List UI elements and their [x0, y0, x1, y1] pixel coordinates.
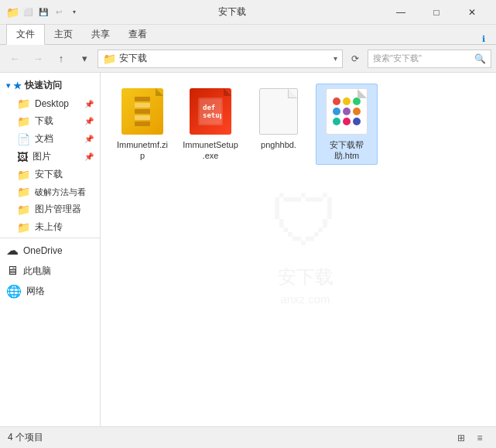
up-button[interactable]: ↑: [51, 50, 71, 68]
sidebar-item-label: 破解方法与看: [35, 186, 86, 198]
pin-icon: 📌: [84, 100, 94, 108]
toolbar: ← → ↑ ▾ 📁 安下载 ▾ ⟳ 搜索"安下载" 🔍: [0, 45, 496, 73]
refresh-button[interactable]: ⟳: [346, 50, 364, 68]
quick-access-chevron: ▾: [6, 81, 10, 90]
sidebar-item-anzaixia[interactable]: 📁 安下载: [0, 166, 100, 183]
file-icon-area-zip: [118, 87, 167, 136]
forward-button[interactable]: →: [28, 50, 48, 68]
minimize-button[interactable]: —: [383, 0, 419, 25]
close-button[interactable]: ✕: [454, 0, 490, 25]
quick-access-star-icon: ★: [13, 80, 22, 91]
dot: [353, 97, 361, 105]
status-item-count: 4 个项目: [8, 431, 453, 444]
address-bar[interactable]: 📁 安下载 ▾: [97, 50, 343, 68]
sidebar-item-label: 图片管理器: [35, 203, 81, 216]
file-label: pnghhbd.: [261, 139, 296, 150]
dot: [353, 108, 361, 115]
maximize-button[interactable]: □: [419, 0, 454, 25]
folder-icon: 📁: [17, 97, 30, 110]
file-label: 安下载帮助.htm: [319, 139, 375, 162]
file-item-png[interactable]: pnghhbd.: [248, 84, 310, 165]
file-icon: [259, 88, 298, 135]
exe-icon: def setup: [190, 88, 231, 135]
sidebar-item-pictures[interactable]: 🖼 图片 📌: [0, 148, 100, 166]
files-grid: Immunetmf.zip def setup I: [108, 80, 488, 168]
watermark-shield-icon: 🛡: [271, 182, 340, 262]
file-item-zip[interactable]: Immunetmf.zip: [111, 84, 173, 165]
recent-button[interactable]: ▾: [74, 50, 94, 68]
tab-view[interactable]: 查看: [119, 25, 156, 44]
svg-text:setup: setup: [203, 111, 221, 119]
dot: [343, 108, 351, 115]
sidebar-item-label: 未上传: [35, 221, 63, 234]
file-icon-area-exe: def setup: [186, 87, 235, 136]
watermark-sub-text: anxz.com: [280, 292, 330, 306]
folder-icon: 📁: [17, 169, 30, 181]
exe-icon-inner: def setup: [198, 97, 223, 125]
file-label: Immunetmf.zip: [115, 139, 170, 162]
grid-view-button[interactable]: ⊞: [453, 429, 470, 446]
ribbon-tabs: 文件 主页 共享 查看 ℹ: [0, 25, 496, 45]
svg-text:def: def: [203, 104, 215, 111]
sidebar-item-this-pc[interactable]: 🖥 此电脑: [0, 261, 100, 281]
zip-stripe: [135, 103, 150, 108]
network-icon: 🌐: [6, 284, 22, 299]
this-pc-label: 此电脑: [23, 265, 51, 278]
tab-file[interactable]: 文件: [6, 24, 45, 45]
folder-icon: 📁: [17, 115, 30, 128]
document-icon: 📄: [17, 133, 30, 145]
sidebar-item-documents[interactable]: 📄 文档 📌: [0, 130, 100, 148]
file-area: 🛡 安下载 anxz.com: [101, 73, 496, 426]
quick-access-icon[interactable]: ⬜: [22, 6, 34, 19]
zip-stripe: [135, 109, 150, 114]
search-icon[interactable]: 🔍: [474, 53, 486, 64]
dot: [333, 108, 340, 115]
pin-icon: 📌: [84, 152, 94, 161]
status-bar: 4 个项目 ⊞ ≡: [0, 426, 496, 448]
sidebar-item-weishangchuan[interactable]: 📁 未上传: [0, 218, 100, 236]
zip-stripe: [135, 121, 150, 126]
back-button[interactable]: ←: [5, 50, 25, 68]
dropdown-icon[interactable]: ▾: [68, 6, 80, 19]
picture-icon: 🖼: [17, 151, 28, 163]
app-icon: 📁: [6, 6, 19, 19]
file-item-htm[interactable]: 安下载帮助.htm: [316, 84, 378, 165]
title-bar-icons: 📁 ⬜ 💾 ↩ ▾: [6, 6, 80, 19]
onedrive-icon: ☁: [6, 243, 19, 258]
title-bar: 📁 ⬜ 💾 ↩ ▾ 安下载 — □ ✕: [0, 0, 496, 25]
sidebar-item-desktop[interactable]: 📁 Desktop 📌: [0, 95, 100, 112]
address-dropdown-icon[interactable]: ▾: [334, 54, 337, 63]
view-buttons: ⊞ ≡: [453, 429, 488, 446]
list-view-button[interactable]: ≡: [471, 429, 488, 446]
sidebar-item-label: 安下载: [35, 168, 63, 181]
htm-icon: [326, 88, 368, 135]
onedrive-label: OneDrive: [23, 245, 63, 256]
sidebar-item-onedrive[interactable]: ☁ OneDrive: [0, 240, 100, 261]
dot: [333, 118, 340, 125]
undo-icon[interactable]: ↩: [53, 6, 65, 19]
address-text: 安下载: [119, 52, 330, 65]
sidebar-item-picmgr[interactable]: 📁 图片管理器: [0, 200, 100, 218]
sidebar-item-network[interactable]: 🌐 网络: [0, 281, 100, 302]
sidebar-item-jiepojifang[interactable]: 📁 破解方法与看: [0, 183, 100, 200]
htm-dots: [333, 97, 361, 125]
sidebar-item-label: 文档: [35, 132, 53, 145]
title-controls: — □ ✕: [383, 0, 490, 25]
sidebar-item-label: 图片: [32, 150, 51, 163]
dot: [353, 118, 361, 125]
window-title: 安下载: [80, 5, 383, 19]
main-area: ▾ ★ 快速访问 📁 Desktop 📌 📁 下载 📌 📄 文档 📌 🖼 图片 …: [0, 73, 496, 426]
search-bar[interactable]: 搜索"安下载" 🔍: [368, 50, 491, 68]
file-icon-area-png: [254, 87, 303, 136]
help-icon[interactable]: ℹ: [482, 34, 485, 44]
sidebar-divider: [0, 238, 100, 238]
save-icon[interactable]: 💾: [37, 6, 50, 19]
sidebar-item-downloads[interactable]: 📁 下载 📌: [0, 112, 100, 130]
tab-home[interactable]: 主页: [45, 25, 82, 44]
tab-share[interactable]: 共享: [82, 25, 119, 44]
watermark: 🛡 安下载 anxz.com: [271, 182, 340, 306]
watermark-main-text: 安下载: [278, 265, 334, 289]
file-item-exe[interactable]: def setup ImmunetSetup.exe: [180, 84, 241, 165]
quick-access-header[interactable]: ▾ ★ 快速访问: [0, 76, 100, 95]
sidebar-item-label: 下载: [35, 115, 53, 128]
